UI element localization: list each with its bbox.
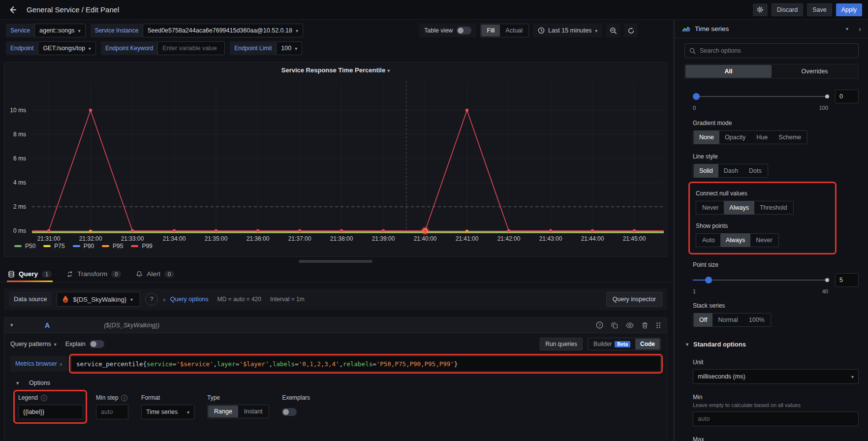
svg-text:21:44:00: 21:44:00 xyxy=(581,235,604,242)
fill-opacity-slider[interactable] xyxy=(693,93,828,100)
query-options-link[interactable]: Query options xyxy=(170,296,209,303)
chevron-down-icon: ▾ xyxy=(846,26,848,32)
builder-option[interactable]: BuilderBeta xyxy=(589,339,635,349)
service-select[interactable]: agent::songs▾ xyxy=(34,24,86,37)
tab-alert[interactable]: Alert 0 xyxy=(135,266,175,282)
point-size-control: 5 1 40 xyxy=(693,273,859,294)
min-step-input[interactable] xyxy=(96,405,128,419)
zoom-out-icon[interactable] xyxy=(606,24,620,37)
datasource-select[interactable]: ${DS_SkyWalking} ▾ xyxy=(57,292,140,307)
annotation-box-null-points: Connect null values NeverAlwaysThreshold… xyxy=(688,182,837,254)
line-style-option-dash[interactable]: Dash xyxy=(718,164,744,178)
legend-item-p99[interactable]: P99 xyxy=(131,243,152,250)
svg-text:21:38:00: 21:38:00 xyxy=(330,235,353,242)
line-style-option-solid[interactable]: Solid xyxy=(694,164,718,178)
table-view-toggle[interactable] xyxy=(457,27,471,34)
panel-title[interactable]: Service Response Time Percentile▾ xyxy=(4,66,667,74)
query-options-collapser[interactable]: ▾ Options xyxy=(16,379,667,386)
endpoint-select[interactable]: GET:/songs/top▾ xyxy=(38,41,96,55)
refresh-icon[interactable] xyxy=(624,24,638,37)
endpoint-keyword-input[interactable] xyxy=(162,45,222,52)
fill-opacity-value[interactable]: 0 xyxy=(835,90,859,103)
options-search-input[interactable] xyxy=(700,47,854,54)
panel-settings-gear-icon[interactable] xyxy=(753,3,768,16)
explain-toggle[interactable] xyxy=(90,340,104,348)
query-inspector-button[interactable]: Query inspector xyxy=(606,292,662,307)
legend-item-p95[interactable]: P95 xyxy=(102,243,123,250)
type-option-range[interactable]: Range xyxy=(208,406,238,417)
timeseries-chart[interactable]: 21:31:0021:32:0021:33:0021:34:0021:35:00… xyxy=(4,63,667,246)
tab-transform[interactable]: Transform 0 xyxy=(65,266,122,282)
query-help-icon[interactable]: ? xyxy=(596,321,603,329)
connect-null-option-never[interactable]: Never xyxy=(697,201,724,215)
chart-legend: P50P75P90P95P99 xyxy=(14,243,153,250)
fill-actual-option-actual[interactable]: Actual xyxy=(500,25,528,36)
show-points-option-always[interactable]: Always xyxy=(720,233,751,247)
stack-series-option-100-[interactable]: 100% xyxy=(744,313,770,327)
chevron-down-icon: ▾ xyxy=(595,28,597,33)
datasource-help-icon[interactable]: ? xyxy=(145,293,158,306)
legend-input[interactable] xyxy=(18,405,83,419)
svg-text:0 ms: 0 ms xyxy=(13,227,26,234)
point-size-value[interactable]: 5 xyxy=(835,273,859,287)
gradient-mode-option-none[interactable]: None xyxy=(694,130,719,144)
code-option[interactable]: Code xyxy=(635,339,660,349)
run-queries-button[interactable]: Run queries xyxy=(540,338,583,350)
toggle-visibility-eye-icon[interactable] xyxy=(626,322,634,328)
duplicate-query-icon[interactable] xyxy=(611,322,618,329)
query-patterns-dropdown[interactable]: Query patterns▾ xyxy=(10,341,57,347)
unit-select[interactable]: milliseconds (ms) ▾ xyxy=(693,369,859,384)
back-arrow-icon[interactable] xyxy=(6,3,20,17)
endpoint-limit-select[interactable]: 100▾ xyxy=(276,41,302,55)
collapse-chevron-icon[interactable]: ▾ xyxy=(10,322,19,328)
fill-opacity-control: 0 0 100 xyxy=(693,90,859,111)
collapse-sidebar-icon[interactable]: › xyxy=(859,25,861,33)
info-icon: i xyxy=(121,395,127,401)
line-style-segmented: SolidDashDots xyxy=(693,164,768,178)
legend-item-p75[interactable]: P75 xyxy=(43,243,64,250)
discard-button[interactable]: Discard xyxy=(772,3,803,16)
gradient-mode-option-opacity[interactable]: Opacity xyxy=(719,130,751,144)
gradient-mode-option-hue[interactable]: Hue xyxy=(751,130,773,144)
delete-query-trash-icon[interactable] xyxy=(642,322,648,329)
fill-actual-option-fill[interactable]: Fill xyxy=(481,25,500,36)
connect-null-option-threshold[interactable]: Threshold xyxy=(754,201,793,215)
save-button[interactable]: Save xyxy=(807,3,832,16)
tab-overrides[interactable]: Overrides xyxy=(772,65,858,78)
query-datasource-hint: (${DS_SkyWalking}) xyxy=(104,322,159,329)
tab-all[interactable]: All xyxy=(685,65,772,78)
tab-query[interactable]: Query 1 xyxy=(7,266,53,282)
slider-handle[interactable] xyxy=(693,93,700,100)
interval-info: Interval = 1m xyxy=(270,296,305,303)
legend-item-p50[interactable]: P50 xyxy=(14,243,35,250)
service-instance-select[interactable]: 5eed0e5758a244aca6e7699415d360aa@10.52.0… xyxy=(143,24,303,37)
query-ref-id[interactable]: A xyxy=(45,321,50,329)
time-range-picker[interactable]: Last 15 minutes ▾ xyxy=(533,24,602,37)
drag-handle-grip-icon[interactable] xyxy=(656,322,661,329)
point-size-slider[interactable] xyxy=(693,277,828,284)
legend-label: P95 xyxy=(113,243,123,250)
format-select[interactable]: Time series▾ xyxy=(141,405,194,419)
gradient-mode-option-scheme[interactable]: Scheme xyxy=(773,130,806,144)
show-points-option-auto[interactable]: Auto xyxy=(697,233,720,247)
type-option-instant[interactable]: Instant xyxy=(238,406,269,417)
panel-resize-handle[interactable] xyxy=(299,260,372,263)
exemplars-toggle[interactable] xyxy=(282,408,297,416)
min-step-label: Min step xyxy=(96,394,118,401)
slider-handle[interactable] xyxy=(705,277,712,284)
query-expression-input[interactable]: service_percentile{service='$service', l… xyxy=(71,356,661,372)
metrics-browser-button[interactable]: Metrics browser› xyxy=(10,356,67,372)
stack-series-option-normal[interactable]: Normal xyxy=(713,313,743,327)
query-options-caret-icon[interactable]: › xyxy=(163,296,165,303)
format-field: Format Time series▾ xyxy=(141,394,194,419)
stack-series-option-off[interactable]: Off xyxy=(694,313,713,327)
svg-text:21:32:00: 21:32:00 xyxy=(79,235,102,242)
line-style-option-dots[interactable]: Dots xyxy=(744,164,767,178)
standard-options-section[interactable]: ▾ Standard options xyxy=(686,341,859,348)
visualization-picker[interactable]: Time series ▾ › xyxy=(675,20,868,38)
min-input[interactable] xyxy=(693,411,859,426)
legend-item-p90[interactable]: P90 xyxy=(73,243,94,250)
apply-button[interactable]: Apply xyxy=(836,3,862,16)
show-points-option-never[interactable]: Never xyxy=(750,233,777,247)
connect-null-option-always[interactable]: Always xyxy=(724,201,754,215)
